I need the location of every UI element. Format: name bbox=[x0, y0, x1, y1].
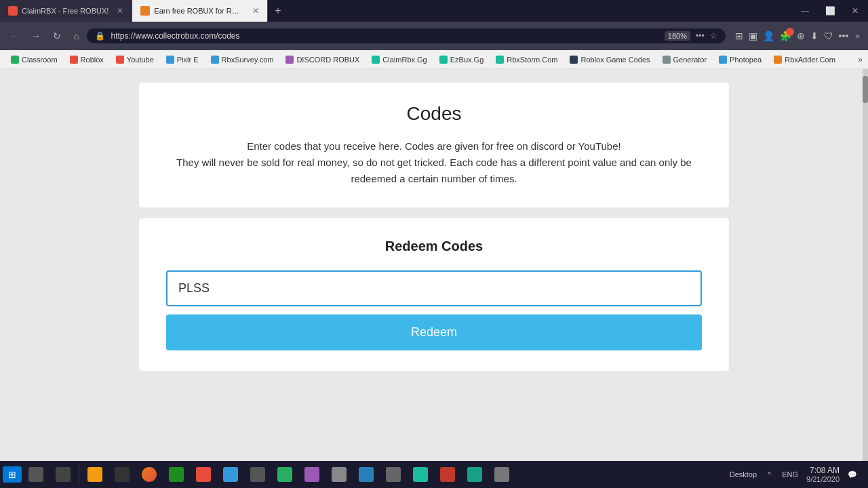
taskbar-app11[interactable] bbox=[380, 464, 406, 485]
bookmark-youtube[interactable]: Youtube bbox=[111, 54, 159, 65]
bookmark-generator[interactable]: Generator bbox=[657, 54, 713, 65]
extension-badge bbox=[786, 28, 794, 36]
codes-title: Codes bbox=[166, 103, 702, 125]
bookmark-discord[interactable]: DISCORD ROBUX bbox=[280, 54, 365, 65]
taskbar-firefox[interactable] bbox=[136, 464, 162, 485]
sidebar-icon[interactable]: ▣ bbox=[749, 30, 757, 41]
scrollbar[interactable] bbox=[863, 69, 868, 461]
tabs-container: ClaimRBX - Free ROBUX! ✕ Earn free ROBUX… bbox=[0, 0, 288, 22]
codes-desc-line1: Enter codes that you receive here. Codes… bbox=[247, 140, 620, 152]
bookmark-discord-label: DISCORD ROBUX bbox=[296, 56, 359, 64]
extension-icon[interactable]: 🧩 bbox=[780, 30, 791, 41]
favorites-icon[interactable]: ⊕ bbox=[797, 30, 805, 41]
title-bar: ClaimRBX - Free ROBUX! ✕ Earn free ROBUX… bbox=[0, 0, 868, 22]
bookmark-ezbux[interactable]: EzBux.Gg bbox=[434, 54, 490, 65]
taskbar-time-value: 7:08 AM bbox=[806, 466, 840, 475]
tab2-label: Earn free ROBUX for ROBLOX! bbox=[154, 7, 244, 15]
bookmark-rbxadder-label: RbxAdder.Com bbox=[785, 56, 835, 64]
taskbar-right: Desktop ^ ENG 7:08 AM 9/21/2020 💬 bbox=[727, 466, 865, 483]
downloads-icon[interactable]: ⬇ bbox=[810, 30, 818, 41]
shield-icon[interactable]: 🛡 bbox=[824, 30, 833, 41]
expand-bookmarks-icon[interactable]: » bbox=[852, 28, 863, 43]
redeem-button[interactable]: Redeem bbox=[166, 314, 702, 350]
windows-icon: ⊞ bbox=[8, 469, 16, 480]
taskbar-app6[interactable] bbox=[245, 464, 271, 485]
close-button[interactable]: ✕ bbox=[848, 5, 863, 17]
taskbar-app12[interactable] bbox=[408, 464, 433, 485]
address-bar: ← → ↻ ⌂ 🔒 https://www.collectrobux.com/c… bbox=[0, 22, 868, 50]
bookmark-gamecodes[interactable]: Roblox Game Codes bbox=[564, 54, 655, 65]
taskbar-app10[interactable] bbox=[353, 464, 379, 485]
taskbar-app13[interactable] bbox=[435, 464, 460, 485]
address-input-wrap[interactable]: 🔒 https://www.collectrobux.com/codes 180… bbox=[87, 28, 725, 43]
back-button[interactable]: ← bbox=[5, 28, 23, 44]
bookmark-pixlr[interactable]: Pixlr E bbox=[161, 54, 204, 65]
toolbar-icons: ⊞ ▣ 👤 🧩 ⊕ ⬇ 🛡 ••• bbox=[730, 30, 849, 41]
zoom-badge: 180% bbox=[665, 31, 690, 41]
lock-icon: 🔒 bbox=[95, 31, 105, 41]
taskbar-search[interactable] bbox=[23, 464, 49, 485]
classroom-favicon bbox=[11, 56, 19, 64]
bookmark-rbxstorm[interactable]: RbxStorm.Com bbox=[490, 54, 563, 65]
taskbar-app8[interactable] bbox=[299, 464, 325, 485]
taskbar-file-explorer[interactable] bbox=[82, 464, 108, 485]
codes-description: Enter codes that you receive here. Codes… bbox=[166, 138, 702, 187]
tab-2[interactable]: Earn free ROBUX for ROBLOX! ✕ bbox=[132, 0, 268, 22]
profile-icon[interactable]: 👤 bbox=[763, 30, 774, 41]
rbxadder-favicon bbox=[774, 56, 782, 64]
bookmark-generator-label: Generator bbox=[673, 56, 707, 64]
more-options-icon[interactable]: ••• bbox=[696, 31, 705, 41]
taskbar-app14[interactable] bbox=[462, 464, 488, 485]
taskbar-app2[interactable] bbox=[109, 464, 135, 485]
rbxsurvey-favicon bbox=[211, 56, 219, 64]
bookmark-photopea[interactable]: Photopea bbox=[713, 54, 767, 65]
bookmark-classroom-label: Classroom bbox=[22, 56, 58, 64]
taskbar-app3[interactable] bbox=[163, 464, 189, 485]
code-input[interactable] bbox=[166, 270, 702, 306]
collections-icon[interactable]: ⊞ bbox=[735, 30, 743, 41]
redeem-card: Redeem Codes Redeem bbox=[139, 218, 729, 371]
taskbar-notification-icon[interactable]: 💬 bbox=[845, 469, 860, 481]
window-controls: — ⬜ ✕ bbox=[797, 5, 868, 17]
taskbar-time[interactable]: 7:08 AM 9/21/2020 bbox=[806, 466, 840, 483]
address-text: https://www.collectrobux.com/codes bbox=[111, 31, 658, 41]
bookmark-roblox[interactable]: Roblox bbox=[64, 54, 109, 65]
bookmark-rbxsurvey[interactable]: RbxSurvey.com bbox=[205, 54, 279, 65]
taskbar-app7[interactable] bbox=[272, 464, 298, 485]
tab2-favicon bbox=[140, 6, 150, 16]
youtube-favicon bbox=[116, 56, 124, 64]
start-button[interactable]: ⊞ bbox=[3, 466, 22, 483]
new-tab-button[interactable]: + bbox=[268, 5, 288, 17]
pixlr-favicon bbox=[166, 56, 174, 64]
scrollbar-thumb[interactable] bbox=[863, 76, 868, 103]
tab1-favicon bbox=[8, 6, 18, 16]
bookmark-star-icon[interactable]: ☆ bbox=[710, 31, 717, 41]
bookmark-rbxadder[interactable]: RbxAdder.Com bbox=[768, 54, 841, 65]
taskbar-app5[interactable] bbox=[218, 464, 243, 485]
taskbar-app4[interactable] bbox=[191, 464, 216, 485]
bookmark-youtube-label: Youtube bbox=[127, 56, 154, 64]
bookmark-claimrbx-label: ClaimRbx.Gg bbox=[382, 56, 427, 64]
tab2-close[interactable]: ✕ bbox=[252, 6, 259, 16]
taskbar-arrow-icon[interactable]: ^ bbox=[765, 469, 774, 480]
taskbar-app15[interactable] bbox=[489, 464, 515, 485]
bookmark-claimrbx[interactable]: ClaimRbx.Gg bbox=[366, 54, 432, 65]
gamecodes-favicon bbox=[570, 56, 578, 64]
minimize-button[interactable]: — bbox=[797, 5, 813, 17]
bookmark-gamecodes-label: Roblox Game Codes bbox=[580, 56, 650, 64]
bookmarks-expand-icon[interactable]: » bbox=[858, 55, 863, 64]
taskbar-taskview[interactable] bbox=[50, 464, 76, 485]
maximize-button[interactable]: ⬜ bbox=[821, 5, 840, 17]
address-right-icons: 180% ••• ☆ bbox=[665, 31, 717, 41]
forward-button[interactable]: → bbox=[27, 28, 45, 44]
home-button[interactable]: ⌂ bbox=[69, 28, 83, 44]
tab1-label: ClaimRBX - Free ROBUX! bbox=[22, 7, 108, 15]
ezbux-favicon bbox=[439, 56, 448, 64]
bookmarks-bar: Classroom Roblox Youtube Pixlr E RbxSurv… bbox=[0, 50, 868, 69]
taskbar-app9[interactable] bbox=[326, 464, 352, 485]
browser-menu-icon[interactable]: ••• bbox=[839, 30, 849, 41]
tab-1[interactable]: ClaimRBX - Free ROBUX! ✕ bbox=[0, 0, 132, 22]
bookmark-classroom[interactable]: Classroom bbox=[5, 54, 63, 65]
refresh-button[interactable]: ↻ bbox=[49, 28, 65, 44]
tab1-close[interactable]: ✕ bbox=[117, 6, 123, 16]
